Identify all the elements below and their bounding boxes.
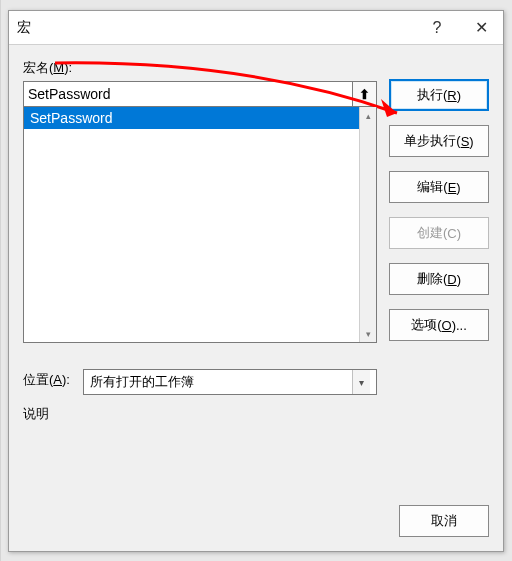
location-select[interactable]: 所有打开的工作簿 ▾ <box>83 369 377 395</box>
dialog-title: 宏 <box>17 19 415 37</box>
edit-button[interactable]: 编辑(E) <box>389 171 489 203</box>
macro-list[interactable]: SetPassword ▴ ▾ <box>23 107 377 343</box>
dialog-footer: 取消 <box>9 505 503 551</box>
scroll-track[interactable] <box>360 124 376 325</box>
step-button[interactable]: 单步执行(S) <box>389 125 489 157</box>
scroll-down-icon[interactable]: ▾ <box>360 325 376 342</box>
help-button[interactable]: ? <box>415 11 459 45</box>
up-arrow-icon: ⬆ <box>359 87 370 102</box>
spreadsheet-background: 宏 ? ✕ 宏名(M): ⬆ S <box>0 0 512 561</box>
create-button: 创建(C) <box>389 217 489 249</box>
scroll-up-icon[interactable]: ▴ <box>360 107 376 124</box>
options-button[interactable]: 选项(O)... <box>389 309 489 341</box>
scrollbar[interactable]: ▴ ▾ <box>359 107 376 342</box>
delete-button[interactable]: 删除(D) <box>389 263 489 295</box>
location-label: 位置(A): <box>23 371 83 389</box>
macro-name-row: ⬆ <box>23 81 377 107</box>
location-row: 位置(A): 所有打开的工作簿 ▾ <box>23 369 377 395</box>
left-column: 宏名(M): ⬆ SetPassword ▴ ▾ <box>23 59 377 501</box>
dialog-body: 宏名(M): ⬆ SetPassword ▴ ▾ <box>9 45 503 505</box>
macro-dialog: 宏 ? ✕ 宏名(M): ⬆ S <box>8 10 504 552</box>
list-item[interactable]: SetPassword <box>24 107 376 129</box>
macro-name-input[interactable] <box>23 81 353 107</box>
cancel-button[interactable]: 取消 <box>399 505 489 537</box>
run-button[interactable]: 执行(R) <box>389 79 489 111</box>
titlebar: 宏 ? ✕ <box>9 11 503 45</box>
right-column: 执行(R) 单步执行(S) 编辑(E) 创建(C) 删除(D) 选项(O)... <box>389 59 489 501</box>
macro-name-label: 宏名(M): <box>23 59 377 77</box>
chevron-down-icon[interactable]: ▾ <box>352 370 370 394</box>
location-value: 所有打开的工作簿 <box>90 373 352 391</box>
go-up-button[interactable]: ⬆ <box>353 81 377 107</box>
close-button[interactable]: ✕ <box>459 11 503 45</box>
description-label: 说明 <box>23 405 377 423</box>
